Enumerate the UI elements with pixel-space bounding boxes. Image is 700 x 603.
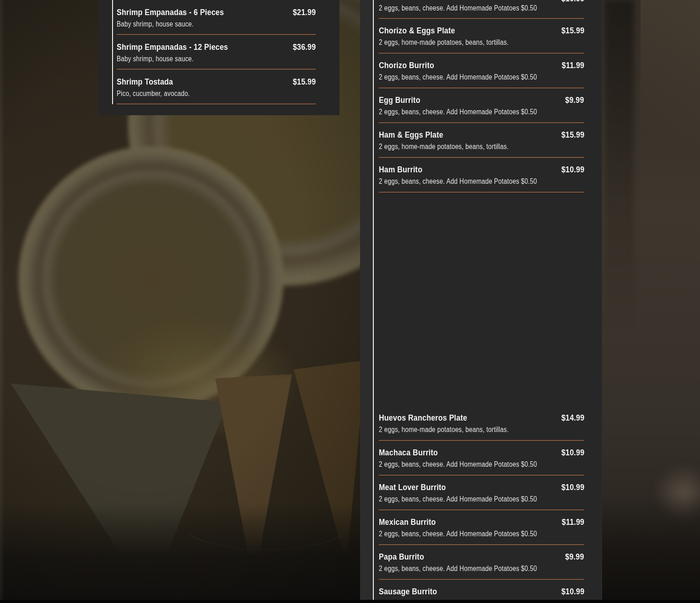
menu-item-partially-scrolled: $10.99 2 eggs, beans, cheese. Add Homema… (379, 0, 584, 19)
menu-item: Meat Lover Burrito $10.99 2 eggs, beans,… (379, 475, 584, 510)
menu-page: Shrimp Empanadas - 6 Pieces $21.99 Baby … (0, 0, 700, 603)
breakfast-items-bottom: Huevos Rancheros Plate $14.99 2 eggs, ho… (379, 406, 584, 603)
menu-item-description: 2 eggs, home-made potatoes, beans, torti… (379, 142, 509, 151)
table-shadow (602, 494, 700, 600)
menu-item: Papa Burrito $9.99 2 eggs, beans, cheese… (379, 545, 584, 580)
menu-item: Machaca Burrito $10.99 2 eggs, beans, ch… (379, 441, 584, 475)
menu-item-name: Papa Burrito (379, 552, 424, 562)
menu-item-name: Chorizo & Eggs Plate (379, 26, 455, 36)
menu-item-description: 2 eggs, beans, cheese. Add Homemade Pota… (379, 564, 537, 573)
background-photo-right-strip (602, 0, 700, 600)
menu-item-price: $15.99 (293, 77, 316, 87)
menu-item: Shrimp Tostada $15.99 Pico, cucumber, av… (117, 69, 316, 104)
menu-item-description: 2 eggs, beans, cheese. Add Homemade Pota… (379, 460, 537, 469)
menu-item-header: Ham Burrito $10.99 (379, 165, 584, 175)
menu-item-header: Shrimp Empanadas - 6 Pieces $21.99 (117, 7, 316, 17)
menu-item-name: Huevos Rancheros Plate (379, 413, 467, 423)
breakfast-menu-panel: $10.99 2 eggs, beans, cheese. Add Homema… (373, 0, 602, 603)
menu-item-name: Chorizo Burrito (379, 60, 434, 70)
menu-item-price: $21.99 (293, 7, 316, 17)
menu-item-description: 2 eggs, beans, cheese. Add Homemade Pota… (379, 73, 537, 81)
menu-item-divider (117, 103, 316, 104)
menu-item: Mexican Burrito $11.99 2 eggs, beans, ch… (379, 510, 584, 545)
photo-shadow-column (605, 0, 634, 329)
menu-item-header: Mexican Burrito $11.99 (379, 517, 584, 527)
menu-item-description: 2 eggs, home-made potatoes, beans, torti… (379, 38, 509, 47)
menu-item-description: Baby shrimp, house sauce. (117, 20, 194, 28)
menu-item: Ham & Eggs Plate $15.99 2 eggs, home-mad… (379, 123, 584, 158)
menu-item-name: Shrimp Tostada (117, 77, 173, 87)
menu-item-description: Pico, cucumber, avocado. (117, 89, 190, 98)
menu-item-price: $10.99 (561, 165, 584, 175)
empty-section-gap (379, 192, 584, 406)
menu-item-name: Mexican Burrito (379, 517, 436, 527)
menu-item: Chorizo Burrito $11.99 2 eggs, beans, ch… (379, 53, 584, 88)
menu-item-price: $15.99 (561, 130, 584, 140)
menu-item: Huevos Rancheros Plate $14.99 2 eggs, ho… (379, 406, 584, 441)
menu-item-header: Chorizo & Eggs Plate $15.99 (379, 26, 584, 36)
menu-item-price: $11.99 (561, 60, 584, 70)
menu-item: Ham Burrito $10.99 2 eggs, beans, cheese… (379, 158, 584, 192)
menu-item-price: $14.99 (561, 413, 584, 423)
menu-item-price: $36.99 (293, 42, 316, 52)
menu-item-description: 2 eggs, beans, cheese. Add Homemade Pota… (379, 529, 537, 538)
menu-item-header: Papa Burrito $9.99 (379, 552, 584, 562)
menu-item-price: $10.99 (561, 587, 584, 597)
menu-item-name: Ham & Eggs Plate (379, 130, 443, 140)
menu-item-header: Meat Lover Burrito $10.99 (379, 482, 584, 492)
menu-item-name: Shrimp Empanadas - 6 Pieces (117, 7, 224, 17)
menu-item-header: Chorizo Burrito $11.99 (379, 60, 584, 70)
menu-item: Egg Burrito $9.99 2 eggs, beans, cheese.… (379, 88, 584, 123)
menu-item-divider (379, 18, 584, 19)
menu-item: Shrimp Empanadas - 12 Pieces $36.99 Baby… (117, 35, 316, 69)
menu-item-price: $9.99 (565, 552, 584, 562)
menu-item: Shrimp Empanadas - 6 Pieces $21.99 Baby … (117, 0, 316, 35)
menu-item-description: 2 eggs, beans, cheese. Add Homemade Pota… (379, 4, 537, 12)
menu-item-price: $9.99 (565, 95, 584, 105)
menu-item-price: $10.99 (561, 448, 584, 458)
card-accent-line (112, 0, 113, 104)
bottom-black-bar (0, 600, 700, 603)
menu-item-header: Huevos Rancheros Plate $14.99 (379, 413, 584, 423)
menu-item-name: Egg Burrito (379, 95, 420, 105)
breakfast-menu-content: $10.99 2 eggs, beans, cheese. Add Homema… (374, 0, 602, 603)
menu-item-description: 2 eggs, home-made potatoes, beans, torti… (379, 425, 509, 434)
menu-item-price: $11.99 (561, 517, 584, 527)
menu-item-price: $10.99 (561, 482, 584, 492)
photo-light-streak (641, 0, 700, 197)
menu-item-header: Shrimp Empanadas - 12 Pieces $36.99 (117, 42, 316, 52)
menu-item-header: Shrimp Tostada $15.99 (117, 77, 316, 87)
menu-item-name: Ham Burrito (379, 165, 422, 175)
menu-item-name: Machaca Burrito (379, 448, 438, 458)
menu-item-header: Sausage Burrito $10.99 (379, 587, 584, 597)
menu-item-name: Meat Lover Burrito (379, 482, 446, 492)
menu-item-header: Egg Burrito $9.99 (379, 95, 584, 105)
shrimp-menu-items: Shrimp Empanadas - 6 Pieces $21.99 Baby … (117, 0, 316, 104)
breakfast-items-top: Chorizo & Eggs Plate $15.99 2 eggs, home… (379, 19, 584, 192)
menu-item-price: $10.99 (561, 0, 584, 4)
menu-item-description: 2 eggs, beans, cheese. Add Homemade Pota… (379, 107, 537, 116)
menu-item-price: $15.99 (561, 26, 584, 36)
menu-item-name: Sausage Burrito (379, 587, 437, 597)
shrimp-menu-card: Shrimp Empanadas - 6 Pieces $21.99 Baby … (98, 0, 339, 115)
menu-item-name: Shrimp Empanadas - 12 Pieces (117, 42, 228, 52)
menu-item-description: Baby shrimp, house sauce. (117, 54, 194, 63)
menu-item-header: Ham & Eggs Plate $15.99 (379, 130, 584, 140)
menu-item: Chorizo & Eggs Plate $15.99 2 eggs, home… (379, 19, 584, 53)
menu-item-description: 2 eggs, beans, cheese. Add Homemade Pota… (379, 495, 537, 503)
menu-item-header: Machaca Burrito $10.99 (379, 448, 584, 458)
menu-item-description: 2 eggs, beans, cheese. Add Homemade Pota… (379, 177, 537, 186)
